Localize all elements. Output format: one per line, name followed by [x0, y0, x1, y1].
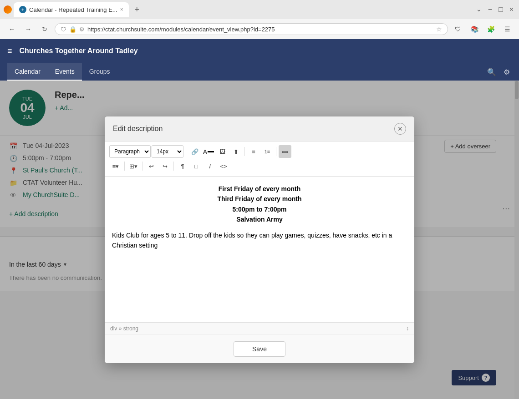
new-tab-button[interactable]: + [131, 3, 143, 16]
toolbar-row-2: ≡▾ ⊞▾ ↩ ↪ ¶ □ I <> [109, 160, 410, 172]
more-options-toolbar-button[interactable]: ••• [279, 145, 291, 158]
editor-footer: div » strong ↕ [105, 322, 414, 334]
resize-handle[interactable]: ↕ [406, 325, 409, 332]
link-button[interactable]: 🔗 [188, 145, 201, 158]
address-bar[interactable]: 🛡 🔒 ⚙ https://ctat.churchsuite.com/modul… [55, 23, 448, 35]
font-size-select[interactable]: 14px [152, 145, 183, 158]
maximize-button[interactable]: □ [497, 4, 505, 15]
modal-header: Edit description ✕ [105, 116, 414, 142]
code-button[interactable]: <> [217, 160, 230, 172]
toolbar-divider-2 [244, 147, 245, 156]
nav-item-events[interactable]: Events [48, 63, 82, 81]
nav-item-groups[interactable]: Groups [82, 63, 117, 81]
font-color-icon: A [203, 148, 207, 155]
app-title: Churches Together Around Tadley [20, 47, 138, 55]
tab-icon [19, 6, 26, 13]
save-button[interactable]: Save [234, 341, 285, 357]
toolbar-divider-4 [124, 162, 125, 171]
browser-navbar: ← → ↻ 🛡 🔒 ⚙ https://ctat.churchsuite.com… [0, 19, 519, 39]
nav-item-calendar[interactable]: Calendar [7, 63, 48, 81]
url-text: https://ctat.churchsuite.com/modules/cal… [87, 26, 433, 33]
browser-tab[interactable]: Calendar - Repeated Training E... × [14, 2, 129, 17]
image-button[interactable]: 🖼 [216, 145, 229, 158]
editor-toolbar: Paragraph 14px 🔗 A 🖼 ⬆ ≡ 1≡ [105, 142, 414, 177]
pilcrow-button[interactable]: ¶ [176, 160, 189, 172]
menu-icon[interactable]: ☰ [501, 23, 514, 35]
paragraph-style-select[interactable]: Paragraph [109, 145, 151, 158]
minimize-button[interactable]: − [486, 4, 494, 15]
app-nav: Calendar Events Groups 🔍 ⚙ [0, 63, 519, 81]
modal-overlay: Edit description ✕ Paragraph 14px 🔗 A [0, 81, 519, 399]
toolbar-row-1: Paragraph 14px 🔗 A 🖼 ⬆ ≡ 1≡ [109, 145, 410, 158]
app-header: ≡ Churches Together Around Tadley [0, 39, 519, 63]
firefox-icon [4, 5, 12, 14]
page-content: TUE 04 JUL Repe... + Ad... 📅 Tue 04-Jul-… [0, 81, 519, 399]
toolbar-divider-6 [173, 162, 174, 171]
editor-line1: First Friday of every month Third Friday… [112, 184, 407, 225]
toolbar-divider-1 [186, 147, 186, 156]
refresh-button[interactable]: ↻ [38, 23, 51, 35]
modal-close-button[interactable]: ✕ [394, 123, 406, 135]
extensions-icon[interactable]: 🧩 [484, 23, 497, 35]
editor-paragraph: Kids Club for ages 5 to 11. Drop off the… [112, 230, 407, 251]
font-color-button[interactable]: A [202, 145, 215, 158]
browser-titlebar: Calendar - Repeated Training E... × + ⌄ … [0, 0, 519, 19]
browser-nav-icons: 🛡 📚 🧩 ☰ [452, 23, 514, 35]
browser-chrome: Calendar - Repeated Training E... × + ⌄ … [0, 0, 519, 39]
back-button[interactable]: ← [5, 23, 18, 35]
toolbar-divider-3 [276, 147, 276, 156]
tab-close[interactable]: × [120, 6, 123, 13]
editor-content-area[interactable]: First Friday of every month Third Friday… [105, 177, 414, 322]
ordered-list-button[interactable]: 1≡ [261, 145, 274, 158]
search-icon[interactable]: 🔍 [485, 66, 498, 78]
italic-button[interactable]: I [204, 160, 216, 172]
undo-button[interactable]: ↩ [145, 160, 158, 172]
library-icon[interactable]: 📚 [468, 23, 481, 35]
sidebar-toggle[interactable]: ≡ [7, 46, 12, 56]
modal-actions: Save [105, 334, 414, 363]
forward-button[interactable]: → [22, 23, 35, 35]
window-close-button[interactable]: × [508, 4, 515, 15]
block-button[interactable]: □ [190, 160, 203, 172]
shield-icon[interactable]: 🛡 [452, 23, 464, 35]
table-button[interactable]: ⊞▾ [127, 160, 140, 172]
breadcrumb-path: div » strong [110, 325, 138, 332]
toolbar-divider-5 [142, 162, 142, 171]
settings-icon[interactable]: ⚙ [502, 66, 512, 78]
tab-title: Calendar - Repeated Training E... [29, 6, 117, 13]
redo-button[interactable]: ↪ [158, 160, 171, 172]
align-button[interactable]: ≡▾ [109, 160, 122, 172]
modal-title: Edit description [113, 125, 163, 133]
upload-button[interactable]: ⬆ [229, 145, 242, 158]
dropdown-arrow[interactable]: ⌄ [474, 4, 483, 15]
app-nav-action-icons: 🔍 ⚙ [485, 63, 512, 81]
unordered-list-button[interactable]: ≡ [247, 145, 260, 158]
edit-description-modal: Edit description ✕ Paragraph 14px 🔗 A [105, 116, 414, 363]
